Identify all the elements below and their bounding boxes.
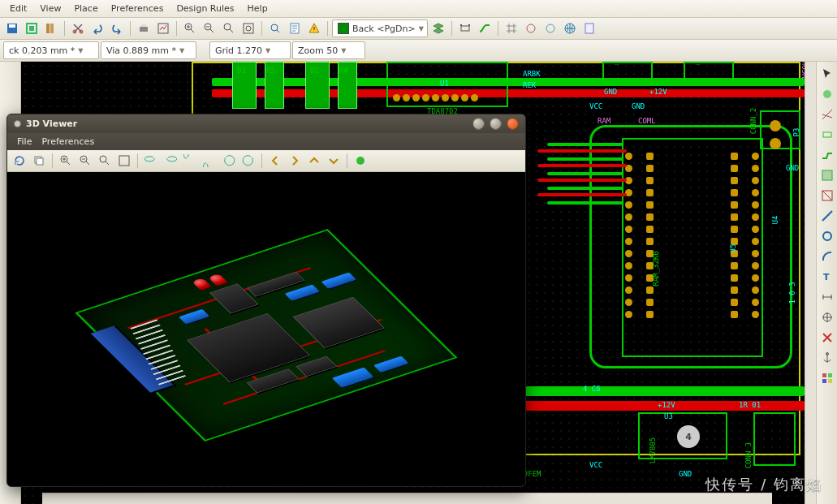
- rotate-z-pos-icon[interactable]: [239, 152, 257, 170]
- delete-icon[interactable]: [818, 329, 836, 347]
- layer-select-value: Back <PgDn>: [352, 24, 416, 34]
- 3d-zoom-out-icon[interactable]: [76, 152, 94, 170]
- grid-value: Grid 1.270: [215, 45, 262, 56]
- add-keepout-icon[interactable]: [818, 187, 836, 205]
- highlight-net-icon[interactable]: [818, 85, 836, 103]
- route-track-icon[interactable]: [818, 146, 836, 164]
- svg-point-30: [823, 232, 831, 240]
- fast-grid1-icon[interactable]: [522, 19, 540, 37]
- 3d-menu-preferences[interactable]: Preferences: [38, 136, 97, 148]
- move-right-icon[interactable]: [286, 152, 304, 170]
- val-conn2: CONN_2: [749, 108, 757, 135]
- layer-manager-icon[interactable]: [429, 19, 447, 37]
- zoom-in-icon[interactable]: [181, 19, 199, 37]
- rotate-y-pos-icon[interactable]: [201, 152, 218, 170]
- ref-p3: P3: [792, 128, 800, 137]
- zoom-out-icon[interactable]: [201, 19, 218, 37]
- via-size-select[interactable]: Via 0.889 mm *▼: [101, 41, 196, 59]
- place-anchor-icon[interactable]: [818, 349, 836, 367]
- track-width-select[interactable]: ck 0.203 mm *▼: [3, 41, 99, 59]
- rotate-x-pos-icon[interactable]: [162, 152, 179, 170]
- 3d-zoom-in-icon[interactable]: [57, 152, 75, 170]
- netlist-icon[interactable]: [286, 19, 304, 37]
- ref-u1: U1: [440, 80, 449, 88]
- 3d-menu-file[interactable]: File: [14, 136, 35, 148]
- menu-view[interactable]: View: [35, 2, 66, 15]
- net-1r01: 1R 01: [739, 401, 761, 409]
- add-target-icon[interactable]: [818, 308, 836, 326]
- script-icon[interactable]: [580, 19, 598, 37]
- print-icon[interactable]: [135, 19, 153, 37]
- plot-icon[interactable]: [154, 19, 172, 37]
- net-com: COML: [638, 117, 656, 125]
- svg-rect-1: [9, 24, 15, 28]
- add-zone-icon[interactable]: [818, 166, 836, 184]
- web-icon[interactable]: [561, 19, 579, 37]
- menu-preferences[interactable]: Preferences: [106, 2, 169, 15]
- close-button[interactable]: [507, 118, 519, 130]
- move-down-icon[interactable]: [325, 152, 343, 170]
- zoom-redraw-icon[interactable]: [220, 19, 238, 37]
- redo-icon[interactable]: [108, 19, 126, 37]
- copy-image-icon[interactable]: [30, 152, 48, 170]
- fast-grid2-icon[interactable]: [541, 19, 559, 37]
- net-103: 1 0 3: [788, 282, 796, 304]
- val-lm7805: LM7805: [649, 437, 657, 464]
- ratsnest-icon[interactable]: [818, 106, 836, 123]
- add-arc-icon[interactable]: [818, 248, 836, 265]
- zoom-select[interactable]: Zoom 50▼: [292, 41, 365, 59]
- svg-point-15: [246, 26, 251, 31]
- 3d-canvas[interactable]: [7, 172, 525, 486]
- menu-help[interactable]: Help: [243, 2, 273, 15]
- 3d-viewer-title: 3D Viewer: [26, 118, 77, 129]
- svg-rect-18: [313, 27, 315, 30]
- menu-design-rules[interactable]: Design Rules: [171, 2, 239, 15]
- rotate-z-neg-icon[interactable]: [220, 152, 238, 170]
- add-circle-icon[interactable]: [818, 227, 836, 245]
- add-text-icon[interactable]: T: [818, 268, 836, 286]
- rotate-y-neg-icon[interactable]: [181, 152, 199, 170]
- minimize-button[interactable]: [472, 118, 485, 130]
- val-ram: RAM_32K0: [652, 251, 660, 286]
- move-left-icon[interactable]: [266, 152, 284, 170]
- save-icon[interactable]: [3, 19, 21, 37]
- module-editor-icon[interactable]: [23, 19, 41, 37]
- footprint-conn3: [753, 412, 796, 466]
- add-line-icon[interactable]: [818, 207, 836, 225]
- mode-track-icon[interactable]: [476, 19, 494, 37]
- net-vcc-1: VCC: [589, 102, 602, 110]
- undo-icon[interactable]: [88, 19, 106, 37]
- grid-icon[interactable]: [503, 19, 520, 37]
- cursor-icon[interactable]: [818, 65, 836, 83]
- ref-d3: D3: [237, 67, 246, 75]
- rotate-x-neg-icon[interactable]: [142, 152, 160, 170]
- menu-edit[interactable]: Edit: [5, 2, 32, 15]
- menu-place[interactable]: Place: [69, 2, 102, 15]
- grid-select[interactable]: Grid 1.270▼: [209, 41, 291, 59]
- grid-origin-icon[interactable]: [818, 369, 836, 387]
- mode-footprint-icon[interactable]: [456, 19, 474, 37]
- svg-point-16: [271, 24, 278, 31]
- 3d-viewer-titlebar[interactable]: 3D Viewer: [7, 114, 525, 133]
- maximize-button[interactable]: [490, 118, 502, 130]
- drc-icon[interactable]: [305, 19, 323, 37]
- watermark-text: 快传号 / 钧离焰: [705, 475, 822, 494]
- zoom-fit-icon[interactable]: [239, 19, 257, 37]
- add-dimension-icon[interactable]: [818, 288, 836, 306]
- ref-d2: D2: [310, 67, 319, 75]
- add-module-icon[interactable]: [818, 126, 836, 144]
- layer-select[interactable]: Back <PgDn> ▼: [332, 19, 428, 37]
- horizontal-scrollbar[interactable]: [42, 493, 772, 504]
- ortho-icon[interactable]: [352, 152, 369, 170]
- svg-point-22: [527, 24, 535, 32]
- vertical-scrollbar[interactable]: [805, 62, 816, 504]
- svg-rect-3: [29, 26, 34, 31]
- 3d-zoom-redraw-icon[interactable]: [96, 152, 114, 170]
- cut-icon[interactable]: [69, 19, 87, 37]
- 3d-fit-icon[interactable]: [115, 152, 133, 170]
- reload-icon[interactable]: [11, 152, 28, 170]
- svg-rect-35: [828, 373, 832, 377]
- find-icon[interactable]: [266, 19, 284, 37]
- move-up-icon[interactable]: [305, 152, 323, 170]
- library-icon[interactable]: [42, 19, 60, 37]
